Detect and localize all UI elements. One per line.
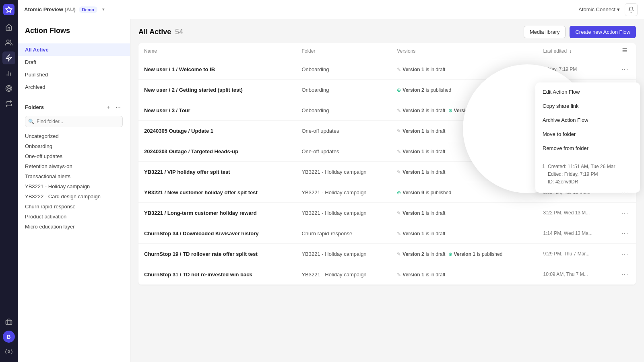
version-tag: ⊕ Version 1 is published [448, 251, 503, 257]
row-folder: YB3221 - Holiday campaign [296, 182, 391, 203]
row-more-button[interactable]: ⋯ [619, 248, 630, 259]
topbar: Atomic Preview (AU) Demo ▾ Atomic Connec… [18, 0, 644, 19]
nav-icon-targeting[interactable] [2, 82, 15, 95]
draft-icon: ✎ [397, 210, 401, 216]
filter-published[interactable]: Published [18, 68, 130, 81]
folder-yb3222-card[interactable]: YB3222 - Card design campaign [25, 191, 123, 202]
folders-header: Folders + ⋯ [25, 102, 123, 112]
row-folder: YB3221 - Holiday campaign [296, 162, 391, 182]
row-name: 20240305 Outage / Update 1 [138, 121, 296, 141]
version-tag: ✎ Version 1 is in draft [397, 210, 445, 216]
col-last-edited[interactable]: Last edited ↓ [538, 43, 614, 59]
row-more-button[interactable]: ⋯ [619, 207, 630, 218]
version-tag: ✎ Version 1 is in draft [397, 128, 445, 134]
filter-archived[interactable]: Archived [18, 81, 130, 93]
nav-icon-settings[interactable] [2, 345, 15, 358]
nav-icon-home[interactable] [2, 21, 15, 34]
row-action: ⋯ [613, 203, 636, 223]
folder-onboarding[interactable]: Onboarding [25, 141, 123, 151]
draft-icon: ✎ [397, 169, 401, 175]
published-icon: ⊕ [397, 87, 401, 93]
draft-icon: ✎ [397, 128, 401, 134]
context-menu-info: ℹ Created: 11:51 AM, Tue 26 Mar Edited: … [535, 159, 640, 190]
context-remove-folder[interactable]: Remove from folder [535, 141, 640, 155]
folder-search: 🔍 [25, 116, 123, 127]
row-date: 1:14 PM, Wed 13 Ma... [538, 223, 614, 244]
svg-rect-9 [6, 320, 12, 325]
row-name: YB3221 / VIP holiday offer spit test [138, 162, 296, 182]
row-name: YB3221 / Long-term customer holiday rewa… [138, 203, 296, 223]
app-logo [3, 4, 14, 15]
nav-icon-packages[interactable] [2, 315, 15, 328]
user-avatar[interactable]: B [3, 331, 15, 343]
app-region: (AU) [64, 6, 77, 12]
atomic-connect-chevron: ▾ [617, 6, 620, 12]
folder-items: Uncategorized Onboarding One-off updates… [25, 131, 123, 232]
row-name: ChurnStop 34 / Downloaded Kiwisaver hist… [138, 223, 296, 244]
row-more-button[interactable]: ⋯ [619, 269, 630, 280]
table-row: ChurnStop 31 / TD not re-invested win ba… [138, 264, 636, 285]
icon-sidebar: B [0, 0, 18, 362]
version-tag: ✎ Version 2 is in draft [397, 251, 445, 257]
published-icon: ⊕ [397, 190, 401, 195]
info-text: Created: 11:51 AM, Tue 26 Mar Edited: Fr… [548, 163, 615, 186]
folder-search-input[interactable] [25, 116, 123, 127]
row-name: New user / 2 / Getting started (split te… [138, 80, 296, 100]
row-versions: ✎ Version 1 is in draft [391, 203, 537, 223]
version-tag: ✎ Version 1 is in draft [397, 67, 445, 72]
section-count: 54 [175, 28, 183, 36]
nav-icon-integrations[interactable] [2, 97, 15, 110]
published-icon: ⊕ [448, 108, 452, 113]
info-icon: ℹ [543, 163, 545, 169]
nav-icon-analytics[interactable] [2, 67, 15, 80]
folder-retention[interactable]: Retention always-on [25, 161, 123, 171]
version-tag: ✎ Version 1 is in draft [397, 149, 445, 154]
filter-all-active[interactable]: All Active [18, 43, 130, 56]
folder-yb3221-holiday[interactable]: YB3221 - Holiday campaign [25, 181, 123, 191]
svg-point-7 [7, 87, 11, 90]
atomic-connect-button[interactable]: Atomic Connect ▾ [578, 6, 620, 12]
row-name: ChurnStop 19 / TD rollover rate offer sp… [138, 244, 296, 264]
left-sidebar: Action Flows All Active Draft Published … [18, 19, 130, 362]
row-name: 20240303 Outage / Targeted Heads-up [138, 141, 296, 162]
context-archive[interactable]: Archive Action Flow [535, 113, 640, 127]
media-library-button[interactable]: Media library [524, 26, 566, 38]
notification-button[interactable] [625, 3, 638, 16]
context-move-folder[interactable]: Move to folder [535, 127, 640, 141]
folder-transactional[interactable]: Transactional alerts [25, 171, 123, 181]
row-folder: Onboarding [296, 59, 391, 80]
folder-uncategorized[interactable]: Uncategorized [25, 131, 123, 141]
row-folder: Onboarding [296, 80, 391, 100]
folder-options-button[interactable]: ⋯ [113, 102, 123, 112]
row-more-button[interactable]: ⋯ [619, 228, 630, 239]
draft-icon: ✎ [397, 272, 401, 278]
sort-arrow: ↓ [570, 48, 572, 54]
row-name: YB3221 / New customer holiday offer spit… [138, 182, 296, 203]
context-menu[interactable]: Edit Action Flow Copy share link Archive… [535, 82, 640, 193]
col-settings[interactable] [613, 43, 636, 59]
nav-icon-flows[interactable] [2, 51, 15, 64]
context-menu-divider [535, 157, 640, 157]
section-heading: All Active 54 [138, 28, 183, 36]
folder-churn[interactable]: Churn rapid-response [25, 202, 123, 212]
add-folder-button[interactable]: + [103, 102, 113, 112]
topbar-chevron: ▾ [102, 7, 105, 12]
svg-marker-2 [6, 55, 12, 61]
row-versions: ✎ Version 1 is in draft [391, 264, 537, 285]
col-name: Name [138, 43, 296, 59]
create-new-button[interactable]: Create new Action Flow [570, 26, 636, 38]
section-title: All Active [138, 28, 171, 36]
main-header: All Active 54 Media library Create new A… [130, 19, 644, 38]
context-copy-link[interactable]: Copy share link [535, 99, 640, 113]
row-more-button[interactable]: ⋯ [619, 64, 630, 75]
folder-product-activation[interactable]: Product activation [25, 212, 123, 222]
folders-section: Folders + ⋯ 🔍 Uncategorized Onboarding O… [18, 97, 130, 235]
folder-micro-education[interactable]: Micro education layer [25, 222, 123, 232]
folder-one-off-updates[interactable]: One-off updates [25, 151, 123, 161]
context-edit[interactable]: Edit Action Flow [535, 85, 640, 99]
filter-draft[interactable]: Draft [18, 56, 130, 68]
nav-icon-users[interactable] [2, 36, 15, 49]
row-date: 9:29 PM, Thu 7 Mar... [538, 244, 614, 264]
draft-icon: ✎ [397, 251, 401, 257]
row-action: ⋯ [613, 59, 636, 80]
